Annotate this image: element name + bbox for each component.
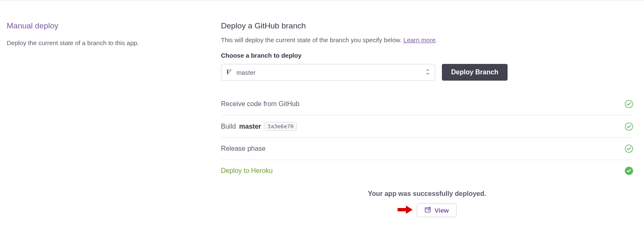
learn-more-link[interactable]: Learn more <box>403 36 436 43</box>
success-block: Your app was successfully deployed. View <box>221 190 633 217</box>
success-message: Your app was successfully deployed. <box>221 190 633 198</box>
panel-title: Deploy a GitHub branch <box>221 21 633 30</box>
right-column: Deploy a GitHub branch This will deploy … <box>221 21 637 217</box>
step-deploy-to-heroku: Deploy to Heroku <box>221 160 633 182</box>
step-release-phase: Release phase <box>221 138 633 160</box>
step-label: Receive code from GitHub <box>221 100 300 108</box>
branch-select[interactable]: master <box>221 64 435 81</box>
step-build-branch: master <box>239 123 261 130</box>
step-label: Release phase <box>221 145 266 152</box>
choose-branch-label: Choose a branch to deploy <box>221 52 633 59</box>
panel-description: This will deploy the current state of th… <box>221 36 633 43</box>
up-down-icon <box>426 69 430 76</box>
branch-name: master <box>236 69 426 76</box>
panel-desc-text: This will deploy the current state of th… <box>221 36 403 43</box>
view-button[interactable]: View <box>417 203 457 217</box>
section-title: Manual deploy <box>7 21 204 30</box>
left-column: Manual deploy Deploy the current state o… <box>7 21 221 217</box>
deploy-branch-button[interactable]: Deploy Branch <box>442 64 508 81</box>
step-receive-text: Receive code from GitHub <box>221 100 300 108</box>
manual-deploy-section: Manual deploy Deploy the current state o… <box>0 0 644 234</box>
step-receive-code: Receive code from GitHub <box>221 93 633 115</box>
arrow-right-icon <box>398 205 413 216</box>
step-build: Build master 3a3e6e70 <box>221 115 633 138</box>
external-link-icon <box>425 207 431 214</box>
step-build-prefix: Build <box>221 123 236 130</box>
step-release-text: Release phase <box>221 145 266 152</box>
check-circle-outline-icon <box>625 145 633 153</box>
step-label: Build master 3a3e6e70 <box>221 122 297 131</box>
check-circle-outline-icon <box>625 100 633 108</box>
view-button-label: View <box>435 207 449 214</box>
step-deploy-text: Deploy to Heroku <box>221 167 273 175</box>
svg-rect-4 <box>425 208 430 212</box>
panel-desc-suffix: . <box>436 36 437 43</box>
step-label: Deploy to Heroku <box>221 167 273 175</box>
commit-hash: 3a3e6e70 <box>264 122 297 131</box>
check-circle-outline-icon <box>625 122 633 131</box>
view-row: View <box>221 203 633 217</box>
git-branch-icon <box>226 69 232 76</box>
check-circle-solid-icon <box>625 167 633 175</box>
section-description: Deploy the current state of a branch to … <box>7 38 204 48</box>
branch-deploy-row: master Deploy Branch <box>221 64 633 81</box>
